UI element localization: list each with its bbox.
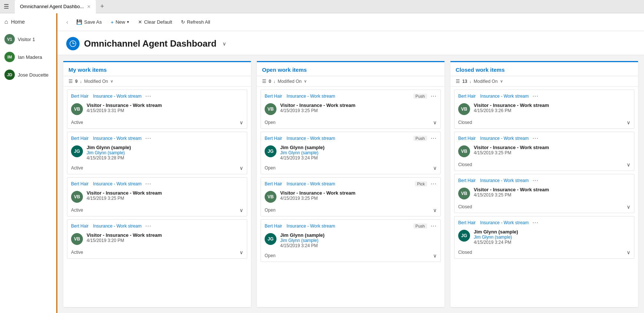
card-stream[interactable]: Insurance - Work stream	[93, 223, 141, 229]
card-footer: Open ∨	[261, 164, 440, 174]
card-stream[interactable]: Insurance - Work stream	[480, 94, 529, 99]
card-more-button[interactable]: ···	[145, 135, 151, 142]
card-owner[interactable]: Bert Hair	[265, 223, 282, 229]
card-more-button[interactable]: ···	[533, 93, 539, 100]
card-info: Jim Glynn (sample) Jim Glynn (sample) 4/…	[280, 232, 437, 248]
card-footer: Closed ∨	[455, 118, 634, 128]
tab-close-icon[interactable]: ✕	[87, 4, 91, 9]
card-subtitle[interactable]: Jim Glynn (sample)	[280, 238, 437, 243]
card-header: Bert Hair Insurance - Work stream ···	[455, 174, 634, 185]
work-card: Bert Hair Insurance - Work stream ··· VB…	[454, 90, 634, 129]
card-header: Bert Hair Insurance - Work stream ···	[455, 90, 634, 101]
card-owner[interactable]: Bert Hair	[265, 181, 282, 186]
card-body: VB Visitor - Insurance - Work stream 4/1…	[67, 101, 247, 118]
page-title-dropdown[interactable]: ∨	[222, 41, 226, 47]
card-avatar: VB	[265, 103, 276, 115]
card-more-button[interactable]: ···	[431, 93, 437, 100]
card-owner[interactable]: Bert Hair	[265, 136, 282, 141]
work-card: Bert Hair Insurance - Work stream ··· JG…	[67, 132, 247, 174]
card-stream[interactable]: Insurance - Work stream	[480, 220, 529, 225]
card-body: VB Visitor - Insurance - Work stream 4/1…	[455, 143, 634, 160]
card-more-button[interactable]: ···	[431, 181, 437, 187]
card-owner[interactable]: Bert Hair	[458, 220, 476, 225]
card-stream[interactable]: Insurance - Work stream	[93, 136, 141, 141]
card-expand-button[interactable]: ∨	[433, 207, 437, 213]
card-more-button[interactable]: ···	[145, 93, 151, 100]
card-header: Bert Hair Insurance - Work stream ···	[455, 132, 634, 143]
card-body: JG Jim Glynn (sample) Jim Glynn (sample)…	[261, 231, 440, 251]
card-expand-button[interactable]: ∨	[239, 249, 243, 255]
save-as-button[interactable]: 💾 Save As	[73, 17, 105, 27]
card-info: Visitor - Insurance - Work stream 4/15/2…	[280, 102, 437, 113]
card-more-button[interactable]: ···	[431, 135, 437, 142]
card-title: Visitor - Insurance - Work stream	[474, 102, 630, 108]
add-tab-button[interactable]: +	[100, 3, 104, 10]
card-stream[interactable]: Insurance - Work stream	[480, 178, 529, 183]
card-expand-button[interactable]: ∨	[433, 120, 437, 125]
card-more-button[interactable]: ···	[431, 223, 437, 229]
card-owner[interactable]: Bert Hair	[71, 94, 88, 99]
sidebar-item-visitor1[interactable]: V1 Visitor 1	[0, 30, 56, 48]
card-expand-button[interactable]: ∨	[239, 165, 243, 171]
sort-arrow-icon-closed-work[interactable]: ∨	[500, 79, 503, 84]
card-owner[interactable]: Bert Hair	[71, 223, 88, 229]
card-owner[interactable]: Bert Hair	[71, 181, 88, 186]
card-expand-button[interactable]: ∨	[433, 253, 437, 259]
refresh-all-button[interactable]: ↻ Refresh All	[177, 17, 214, 27]
column-filter-closed-work: ☰ 13 ↓ Modified On ∨	[450, 76, 638, 87]
home-icon: ⌂	[4, 18, 8, 25]
card-stream[interactable]: Insurance - Work stream	[286, 223, 335, 229]
card-subtitle[interactable]: Jim Glynn (sample)	[87, 150, 243, 155]
card-owner[interactable]: Bert Hair	[71, 136, 88, 141]
card-expand-button[interactable]: ∨	[627, 162, 630, 168]
card-owner[interactable]: Bert Hair	[265, 94, 282, 99]
card-more-button[interactable]: ···	[145, 181, 151, 187]
work-card: Bert Hair Insurance - Work stream Push ·…	[261, 219, 441, 262]
active-tab[interactable]: Omnichannel Agent Dashbo... ✕	[15, 0, 96, 13]
card-subtitle[interactable]: Jim Glynn (sample)	[280, 150, 437, 155]
back-button[interactable]: ‹	[63, 17, 71, 28]
new-dropdown-icon[interactable]: ▾	[127, 20, 129, 24]
card-more-button[interactable]: ···	[145, 223, 151, 229]
card-expand-button[interactable]: ∨	[627, 204, 630, 210]
card-stream[interactable]: Insurance - Work stream	[480, 136, 529, 141]
avatar-jose-doucette: JD	[4, 70, 15, 80]
card-date: 4/15/2019 3:25 PM	[87, 196, 243, 201]
card-owner[interactable]: Bert Hair	[458, 136, 476, 141]
work-card: Bert Hair Insurance - Work stream ··· JG…	[454, 216, 634, 259]
sort-arrow-icon-my-work[interactable]: ∨	[110, 79, 113, 84]
card-info: Jim Glynn (sample) Jim Glynn (sample) 4/…	[280, 145, 437, 161]
card-stream[interactable]: Insurance - Work stream	[286, 136, 335, 141]
card-expand-button[interactable]: ∨	[239, 207, 243, 213]
content-area: ‹ 💾 Save As + New ▾ ✕ Clear Default ↻ Re…	[57, 13, 644, 313]
card-more-button[interactable]: ···	[533, 177, 539, 184]
cards-container-open-work: Bert Hair Insurance - Work stream Push ·…	[257, 87, 445, 307]
card-avatar: JG	[265, 145, 276, 157]
work-card: Bert Hair Insurance - Work stream ··· VB…	[454, 132, 634, 171]
card-avatar: VB	[71, 191, 83, 203]
card-expand-button[interactable]: ∨	[239, 120, 243, 125]
sidebar-item-ian-madera[interactable]: IM Ian Madera	[0, 48, 56, 66]
card-expand-button[interactable]: ∨	[627, 120, 630, 125]
card-stream[interactable]: Insurance - Work stream	[286, 94, 335, 99]
toolbar: ‹ 💾 Save As + New ▾ ✕ Clear Default ↻ Re…	[57, 13, 644, 31]
card-date: 4/15/2019 3:20 PM	[87, 238, 243, 243]
kanban-column-open-work: Open work items ☰ 0 ↓ Modified On ∨ Bert…	[257, 61, 445, 307]
card-owner[interactable]: Bert Hair	[458, 94, 476, 99]
card-info: Jim Glynn (sample) Jim Glynn (sample) 4/…	[474, 229, 630, 245]
card-stream[interactable]: Insurance - Work stream	[286, 181, 335, 186]
card-expand-button[interactable]: ∨	[627, 249, 630, 255]
card-expand-button[interactable]: ∨	[433, 165, 437, 171]
hamburger-icon[interactable]: ☰	[4, 3, 9, 10]
sidebar-home[interactable]: ⌂ Home	[0, 13, 56, 30]
card-subtitle[interactable]: Jim Glynn (sample)	[474, 235, 630, 240]
card-stream[interactable]: Insurance - Work stream	[93, 181, 141, 186]
card-stream[interactable]: Insurance - Work stream	[93, 94, 141, 99]
card-more-button[interactable]: ···	[533, 219, 539, 226]
clear-default-button[interactable]: ✕ Clear Default	[134, 17, 176, 27]
new-button[interactable]: + New ▾	[107, 17, 133, 27]
sidebar-item-jose-doucette[interactable]: JD Jose Doucette	[0, 66, 56, 84]
card-more-button[interactable]: ···	[533, 135, 539, 142]
card-owner[interactable]: Bert Hair	[458, 178, 476, 183]
sort-arrow-icon-open-work[interactable]: ∨	[304, 79, 307, 84]
